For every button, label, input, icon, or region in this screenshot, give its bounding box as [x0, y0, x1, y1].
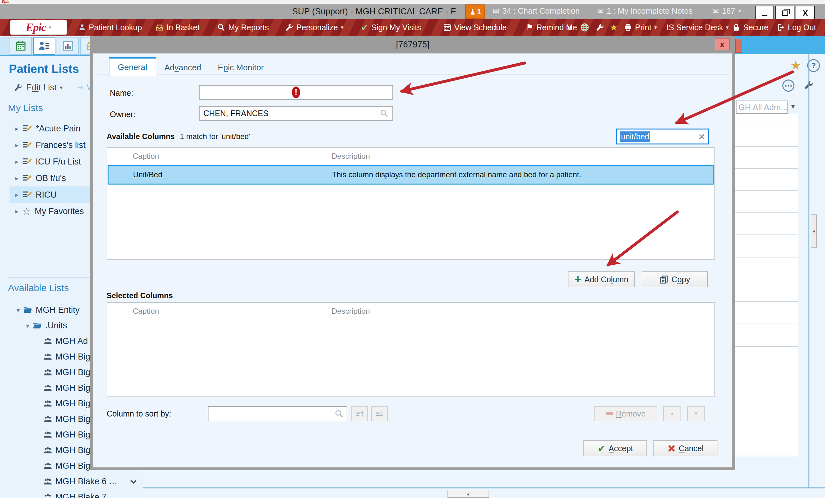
- match-count-text: 1 match for 'unit/bed': [180, 132, 250, 141]
- copy-button[interactable]: Copy: [642, 271, 708, 287]
- column-search-input[interactable]: unit/bed ×: [616, 129, 709, 145]
- edit-list-button[interactable]: Edit List: [26, 83, 57, 93]
- table-grid-line: [735, 301, 798, 302]
- lock-icon: [732, 23, 740, 31]
- toolbar-item-is-service-desk[interactable]: IS Service Desk ▾: [667, 19, 729, 35]
- toolbar-item-patient-lookup[interactable]: Patient Lookup: [78, 19, 142, 35]
- close-button[interactable]: X: [796, 6, 815, 20]
- cancel-button[interactable]: Cancel: [654, 440, 718, 456]
- tree-item-mgh-blake-6[interactable]: MGH Blake 6 …: [0, 474, 146, 489]
- epic-logo-button[interactable]: Epic ▾: [10, 20, 67, 35]
- globe-icon: [580, 23, 590, 32]
- tree-item-label: .Units: [45, 321, 67, 331]
- toolbar-tools-button[interactable]: [596, 19, 604, 35]
- tree-item-label: MGH Entity: [35, 305, 80, 315]
- tab-general[interactable]: General: [109, 57, 156, 76]
- page-title: Patient Lists: [9, 62, 79, 76]
- list-pencil-icon: [22, 140, 32, 150]
- footer-divider: [143, 488, 825, 488]
- restore-button[interactable]: [775, 6, 795, 20]
- move-down-button[interactable]: ▼: [687, 406, 705, 421]
- chevron-down-icon[interactable]: [129, 477, 138, 486]
- row-caption: Unit/Bed: [133, 170, 162, 179]
- tree-item-label: MGH Big: [55, 414, 90, 424]
- header-divider: [107, 319, 714, 319]
- description-header: Description: [332, 307, 370, 316]
- sort-column-input[interactable]: [208, 406, 347, 421]
- chart-completion-label: 34 : Chart Completion: [502, 6, 580, 16]
- selected-columns-table[interactable]: Caption Description: [106, 302, 715, 397]
- owner-input[interactable]: CHEN, FRANCES: [199, 106, 393, 120]
- hidden-toolbar-fragment: [735, 39, 742, 53]
- chart-completion-item[interactable]: ✉ 34 : Chart Completion: [493, 6, 580, 16]
- tab-reports[interactable]: [57, 37, 79, 55]
- toolbar-item-secure[interactable]: Secure: [732, 19, 768, 35]
- patient-table-fragment: [735, 114, 798, 456]
- dropdown-value: GH All Adm...: [738, 102, 788, 112]
- wrench-icon: [14, 83, 22, 92]
- toolbar-globe-button[interactable]: [580, 19, 590, 35]
- more-options-icon[interactable]: …: [782, 80, 795, 92]
- mail-count-item[interactable]: ✉ 167 ▾: [712, 6, 741, 16]
- sort-descending-icon: [375, 410, 383, 418]
- available-columns-table[interactable]: Caption Description Unit/Bed This column…: [106, 147, 715, 260]
- favorite-star-icon[interactable]: ★: [790, 58, 802, 73]
- close-icon: X: [803, 9, 808, 18]
- name-input[interactable]: !: [199, 85, 393, 100]
- search-icon[interactable]: [334, 409, 344, 418]
- toolbar-label: In Basket: [166, 23, 200, 32]
- flask-badge[interactable]: 1: [465, 4, 485, 19]
- clear-icon[interactable]: ×: [699, 132, 705, 141]
- dialog-close-button[interactable]: x: [715, 38, 730, 50]
- flask-icon: [469, 8, 476, 15]
- toolbar-item-print[interactable]: Print ▾: [624, 19, 657, 35]
- toolbar-overflow-button[interactable]: »: [567, 19, 572, 35]
- toolbar-item-personalize[interactable]: Personalize ▾: [285, 19, 344, 35]
- table-grid-line: [735, 382, 798, 382]
- button-label: Accept: [609, 444, 633, 453]
- list-item-label: ICU F/u List: [35, 157, 81, 167]
- button-label: Cancel: [679, 444, 704, 453]
- triangle-right-icon: ▸: [15, 191, 18, 198]
- search-icon[interactable]: [380, 109, 389, 118]
- tab-schedule[interactable]: [10, 37, 32, 55]
- tab-advanced[interactable]: Advanced: [156, 59, 210, 76]
- minimize-button[interactable]: [755, 6, 774, 20]
- window-title: SUP (Support) - MGH CRITICAL CARE - F: [292, 7, 456, 16]
- accept-button[interactable]: ✔ Accept: [583, 440, 647, 456]
- name-label: Name:: [110, 88, 133, 98]
- incomplete-notes-item[interactable]: ✉ 1 : My Incomplete Notes: [597, 6, 693, 16]
- dropdown-arrow-icon[interactable]: ▾: [791, 102, 795, 111]
- wrench-icon: [285, 23, 293, 31]
- remove-button[interactable]: Remove: [594, 406, 657, 421]
- table-grid-line: [735, 257, 798, 257]
- people-icon: [43, 415, 52, 424]
- toolbar-item-my-reports[interactable]: My Reports: [217, 19, 269, 35]
- table-grid-line: [735, 324, 798, 324]
- scroll-up-button[interactable]: ▲: [448, 490, 489, 498]
- toolbar-star-button[interactable]: ★: [610, 19, 618, 35]
- table-row-unit-bed[interactable]: Unit/Bed This column displays the depart…: [107, 165, 714, 184]
- tree-item-label: MGH Blake 6 …: [55, 477, 118, 487]
- mail-icon: ✉: [493, 7, 499, 16]
- sort-descending-button[interactable]: [371, 406, 388, 421]
- chevron-down-icon: ▾: [726, 24, 729, 31]
- collapse-panel-handle[interactable]: ◄: [811, 215, 817, 248]
- people-icon: [43, 477, 52, 486]
- sort-ascending-button[interactable]: [351, 406, 368, 421]
- toolbar-item-view-schedule[interactable]: View Schedule: [443, 19, 507, 35]
- list-filter-dropdown[interactable]: GH All Adm...: [736, 100, 788, 114]
- toolbar-label: Patient Lookup: [89, 23, 142, 32]
- move-up-button[interactable]: ▲: [663, 406, 681, 421]
- tab-patient-lists[interactable]: [33, 37, 55, 55]
- tab-epic-monitor[interactable]: Epic Monitor: [210, 59, 272, 76]
- table-grid-line: [735, 212, 798, 213]
- folder-icon: [23, 306, 32, 315]
- add-column-button[interactable]: + Add Column: [568, 271, 635, 287]
- tree-item-label: MGH Big: [55, 383, 90, 393]
- toolbar-item-sign-my-visits[interactable]: ✔ Sign My Visits: [361, 19, 421, 35]
- toolbar-item-log-out[interactable]: Log Out: [777, 19, 816, 35]
- mail-icon: ✉: [712, 7, 719, 16]
- toolbar-item-in-basket[interactable]: In Basket: [155, 19, 200, 35]
- list-item-label: OB f/u's: [35, 173, 66, 183]
